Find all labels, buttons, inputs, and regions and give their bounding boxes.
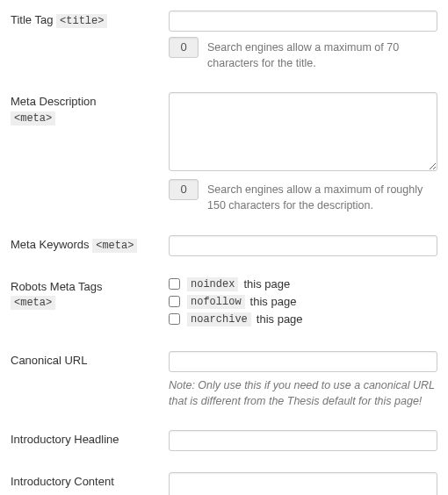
canonical-url-input[interactable]: [169, 351, 437, 372]
robots-code: noindex: [187, 277, 238, 291]
robots-code: nofollow: [187, 295, 245, 309]
label-text: Canonical URL: [11, 354, 87, 367]
label-canonical: Canonical URL: [11, 351, 169, 369]
robots-nofollow-checkbox[interactable]: [169, 296, 180, 307]
row-meta-keywords: Meta Keywords <meta>: [11, 235, 437, 256]
label-meta-description: Meta Description <meta>: [11, 92, 169, 126]
input-col-robots: noindex this page nofollow this page noa…: [169, 277, 437, 330]
robots-nofollow-row[interactable]: nofollow this page: [169, 295, 437, 309]
robots-noindex-row[interactable]: noindex this page: [169, 277, 437, 291]
label-text: Robots Meta Tags: [11, 280, 103, 293]
robots-after: this page: [243, 277, 290, 291]
row-meta-description: Meta Description <meta> 0 Search engines…: [11, 92, 437, 213]
input-col-meta-keywords: [169, 235, 437, 256]
intro-headline-input[interactable]: [169, 430, 437, 451]
label-meta-keywords: Meta Keywords <meta>: [11, 235, 169, 253]
meta-description-counter: 0: [169, 179, 199, 200]
robots-noarchive-row[interactable]: noarchive this page: [169, 312, 437, 326]
label-text: Meta Description: [11, 95, 97, 108]
row-title-tag: Title Tag <title> 0 Search engines allow…: [11, 11, 437, 71]
robots-noarchive-checkbox[interactable]: [169, 313, 180, 325]
label-robots-meta: Robots Meta Tags <meta>: [11, 277, 169, 311]
label-text: Introductory Headline: [11, 433, 119, 446]
label-intro-content: Introductory Content: [11, 472, 169, 490]
row-canonical: Canonical URL Note: Only use this if you…: [11, 351, 437, 409]
label-intro-headline: Introductory Headline: [11, 430, 169, 448]
canonical-note: Note: Only use this if you need to use a…: [169, 377, 437, 409]
row-robots-meta: Robots Meta Tags <meta> noindex this pag…: [11, 277, 437, 330]
input-col-intro-headline: [169, 430, 437, 451]
label-text: Introductory Content: [11, 475, 114, 488]
meta-description-hint: Search engines allow a maximum of roughl…: [207, 179, 437, 213]
input-col-intro-content: [169, 472, 437, 495]
row-intro-content: Introductory Content: [11, 472, 437, 495]
robots-code: noarchive: [187, 312, 251, 326]
meta-keywords-input[interactable]: [169, 235, 437, 256]
label-title-tag: Title Tag <title>: [11, 11, 169, 28]
title-tag-counter: 0: [169, 37, 199, 58]
row-intro-headline: Introductory Headline: [11, 430, 437, 451]
robots-after: this page: [257, 312, 303, 326]
robots-noindex-checkbox[interactable]: [169, 278, 180, 290]
title-tag-hint: Search engines allow a maximum of 70 cha…: [207, 37, 437, 71]
label-text: Meta Keywords: [11, 238, 90, 251]
code-tag: <meta>: [11, 111, 55, 126]
code-tag: <meta>: [92, 239, 137, 253]
input-col-meta-description: 0 Search engines allow a maximum of roug…: [169, 92, 437, 213]
code-tag: <meta>: [11, 296, 55, 310]
code-tag: <title>: [56, 14, 107, 28]
input-col-canonical: Note: Only use this if you need to use a…: [169, 351, 437, 409]
intro-content-textarea[interactable]: [169, 472, 437, 495]
input-col-title-tag: 0 Search engines allow a maximum of 70 c…: [169, 11, 437, 71]
label-text: Title Tag: [11, 13, 53, 26]
title-tag-input[interactable]: [169, 11, 437, 32]
robots-after: this page: [250, 295, 297, 308]
meta-description-textarea[interactable]: [169, 92, 437, 171]
